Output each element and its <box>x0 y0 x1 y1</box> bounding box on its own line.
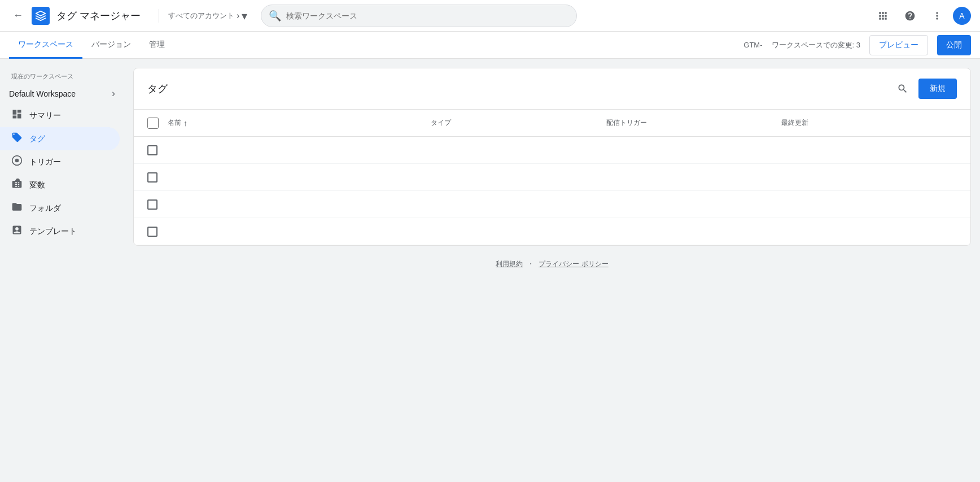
app-header: ← タグ マネージャー すべてのアカウント › ▾ 🔍 <box>0 0 980 32</box>
tab-version[interactable]: バージョン <box>82 32 140 59</box>
publish-button[interactable]: 公開 <box>937 35 971 55</box>
workspace-selector[interactable]: Default Workspace › <box>0 83 120 104</box>
sidebar: 現在のワークスペース Default Workspace › サマリー タグ ト… <box>0 59 124 292</box>
apps-button[interactable] <box>872 5 894 27</box>
search-input[interactable] <box>261 5 577 27</box>
column-updated: 最終更新 <box>781 118 957 128</box>
tab-right-actions: GTM- ワークスペースでの変更: 3 プレビュー 公開 <box>743 35 971 55</box>
terms-link[interactable]: 利用規約 <box>496 259 523 269</box>
sidebar-item-templates[interactable]: テンプレート <box>0 220 120 243</box>
table-row[interactable] <box>134 191 970 218</box>
search-icon: 🔍 <box>269 10 281 22</box>
svg-point-1 <box>15 159 19 163</box>
column-trigger: 配信トリガー <box>606 118 782 128</box>
tab-workspace[interactable]: ワークスペース <box>9 32 82 59</box>
tab-bar: ワークスペース バージョン 管理 GTM- ワークスペースでの変更: 3 プレビ… <box>0 32 980 59</box>
row-checkbox-1[interactable] <box>147 145 158 155</box>
sidebar-item-triggers-label: トリガー <box>29 157 61 167</box>
workspace-chevron-icon: › <box>112 88 115 99</box>
back-button[interactable]: ← <box>9 7 27 25</box>
sidebar-item-folders-label: フォルダ <box>29 203 61 214</box>
column-type: タイプ <box>431 118 606 128</box>
tag-icon <box>11 132 23 146</box>
privacy-link[interactable]: プライバシー ポリシー <box>539 259 608 269</box>
sidebar-item-variables-label: 変数 <box>29 180 45 190</box>
sidebar-item-triggers[interactable]: トリガー <box>0 150 120 173</box>
sidebar-item-tags[interactable]: タグ <box>0 127 120 150</box>
sidebar-item-summary[interactable]: サマリー <box>0 104 120 127</box>
account-breadcrumb[interactable]: すべてのアカウント › <box>168 11 239 21</box>
table-header: 名前 ↑ タイプ 配信トリガー 最終更新 <box>134 110 970 137</box>
user-avatar[interactable]: A <box>953 7 971 25</box>
template-icon <box>11 224 23 238</box>
workspace-name: Default Workspace <box>9 89 112 98</box>
column-name: 名前 ↑ <box>168 118 431 128</box>
table-row[interactable] <box>134 137 970 164</box>
chevron-down-icon: ▾ <box>242 9 247 23</box>
dashboard-icon <box>11 108 23 123</box>
workspace-dropdown[interactable]: ▾ <box>242 9 247 23</box>
sidebar-item-variables[interactable]: 変数 <box>0 173 120 197</box>
header-right-actions: A <box>872 5 971 27</box>
more-options-button[interactable] <box>926 5 948 27</box>
row-checkbox-3[interactable] <box>147 199 158 210</box>
sort-asc-icon: ↑ <box>183 119 187 128</box>
sidebar-item-summary-label: サマリー <box>29 111 61 121</box>
workspace-changes-count: ワークスペースでの変更: 3 <box>772 40 860 50</box>
sidebar-section-label: 現在のワークスペース <box>0 68 124 83</box>
sidebar-item-tags-label: タグ <box>29 134 45 144</box>
row-checkbox-4[interactable] <box>147 227 158 237</box>
main-layout: 現在のワークスペース Default Workspace › サマリー タグ ト… <box>0 59 980 292</box>
app-logo <box>32 7 50 25</box>
page-footer: 利用規約 ・ プライバシー ポリシー <box>133 246 971 283</box>
new-tag-button[interactable]: 新規 <box>918 79 957 99</box>
help-button[interactable] <box>899 5 921 27</box>
variable-icon <box>11 178 23 192</box>
row-checkbox-2[interactable] <box>147 172 158 183</box>
breadcrumb-arrow: › <box>237 11 239 21</box>
select-all-checkbox[interactable] <box>147 118 159 129</box>
sidebar-item-folders[interactable]: フォルダ <box>0 197 120 220</box>
gtm-id: GTM- <box>743 41 762 49</box>
tab-admin[interactable]: 管理 <box>140 32 174 59</box>
folder-icon <box>11 201 23 215</box>
main-content: タグ 新規 名前 ↑ タイプ 配信トリガー 最終更新 <box>124 59 980 292</box>
card-title: タグ <box>147 82 891 95</box>
sidebar-item-templates-label: テンプレート <box>29 227 77 237</box>
table-row[interactable] <box>134 218 970 245</box>
card-header: タグ 新規 <box>134 68 970 110</box>
trigger-icon <box>11 155 23 169</box>
table-row[interactable] <box>134 164 970 191</box>
app-title: タグ マネージャー <box>56 9 141 23</box>
tags-card: タグ 新規 名前 ↑ タイプ 配信トリガー 最終更新 <box>133 68 971 246</box>
preview-button[interactable]: プレビュー <box>869 35 928 55</box>
footer-separator: ・ <box>527 259 534 269</box>
header-divider <box>159 9 159 23</box>
card-search-button[interactable] <box>891 77 914 100</box>
search-bar: 🔍 <box>261 5 577 27</box>
